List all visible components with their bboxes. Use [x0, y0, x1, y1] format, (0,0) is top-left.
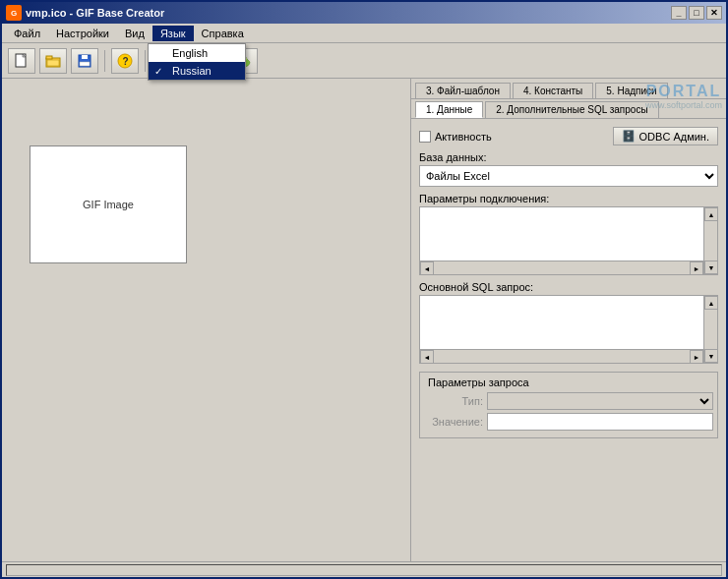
db-label: База данных: — [419, 151, 718, 163]
right-panel: 3. Файл-шаблон 4. Константы 5. Надписи 1… — [410, 79, 726, 561]
save-icon — [77, 53, 92, 69]
db-select[interactable]: Файлы Excel — [419, 165, 718, 187]
sql-scroll-right[interactable]: ► — [690, 350, 703, 364]
toolbar-separator-2 — [145, 50, 146, 72]
sql-label: Основной SQL запрос: — [419, 281, 718, 293]
main-content: PORTAL www.softportal.com GIF Image 3. Ф… — [2, 79, 726, 561]
portal-watermark: PORTAL www.softportal.com — [645, 83, 722, 110]
value-row: Значение: — [424, 413, 713, 431]
toolbar: ? BtnFace — [2, 43, 726, 79]
tab-template[interactable]: 3. Файл-шаблон — [415, 83, 511, 98]
sql-scroll-down[interactable]: ▼ — [704, 349, 718, 363]
type-label: Тип: — [424, 395, 483, 407]
odbc-button[interactable]: 🗄️ ODBC Админ. — [613, 127, 718, 145]
folder-icon — [45, 53, 61, 69]
svg-text:?: ? — [123, 56, 129, 67]
window-title: vmp.ico - GIF Base Creator — [26, 7, 164, 19]
new-button[interactable] — [8, 48, 35, 74]
sql-field: Основной SQL запрос: ▲ ▼ ◄ ► — [419, 281, 718, 364]
conn-params-scrollbar-v[interactable]: ▲ ▼ — [703, 207, 717, 274]
language-russian[interactable]: ✓ Russian — [149, 62, 245, 80]
menu-view[interactable]: Вид — [117, 26, 152, 41]
language-english[interactable]: English — [149, 44, 245, 62]
gif-image-label: GIF Image — [83, 199, 134, 210]
conn-params-textarea[interactable]: ▲ ▼ ◄ ► — [419, 206, 718, 275]
menu-help[interactable]: Справка — [194, 26, 252, 41]
tab-sql[interactable]: 2. Дополнительные SQL запросы — [485, 101, 658, 118]
value-label: Значение: — [424, 416, 483, 428]
tab-constants[interactable]: 4. Константы — [513, 83, 593, 98]
db-select-wrapper: Файлы Excel — [419, 165, 718, 187]
new-icon — [14, 53, 30, 69]
menu-file[interactable]: Файл — [6, 26, 48, 41]
sql-scroll-up[interactable]: ▲ — [704, 296, 718, 310]
scroll-up-arrow[interactable]: ▲ — [704, 207, 718, 221]
help-icon: ? — [117, 53, 133, 69]
query-params-group: Параметры запроса Тип: Значение: — [419, 372, 718, 438]
svg-rect-6 — [82, 55, 88, 59]
svg-rect-4 — [47, 60, 59, 66]
tab-data[interactable]: 1. Данные — [415, 101, 483, 118]
gif-image-container: GIF Image — [30, 145, 187, 263]
title-buttons: _ □ ✕ — [671, 6, 722, 20]
tab-content: Активность 🗄️ ODBC Админ. База данных: Ф… — [411, 118, 726, 561]
status-bar — [2, 561, 726, 577]
menu-bar: Файл Настройки Вид Язык Справка English … — [2, 24, 726, 43]
scroll-down-arrow[interactable]: ▼ — [704, 261, 718, 274]
sql-textarea[interactable]: ▲ ▼ ◄ ► — [419, 295, 718, 364]
title-bar: G vmp.ico - GIF Base Creator _ □ ✕ — [2, 2, 726, 24]
maximize-button[interactable]: □ — [689, 6, 704, 20]
help-button[interactable]: ? — [111, 48, 139, 74]
type-select[interactable] — [487, 392, 713, 410]
activity-row: Активность 🗄️ ODBC Админ. — [419, 127, 718, 145]
query-params-label: Параметры запроса — [424, 376, 533, 388]
app-icon: G — [6, 5, 22, 21]
scroll-right-arrow[interactable]: ► — [690, 261, 703, 275]
activity-checkbox[interactable] — [419, 131, 431, 143]
activity-label[interactable]: Активность — [419, 131, 492, 143]
checkmark-icon: ✓ — [154, 66, 162, 77]
save-button[interactable] — [71, 48, 98, 74]
minimize-button[interactable]: _ — [671, 6, 687, 20]
conn-params-label: Параметры подключения: — [419, 193, 718, 204]
value-input[interactable] — [487, 413, 713, 431]
sql-scrollbar-v[interactable]: ▲ ▼ — [703, 296, 717, 363]
conn-params-scrollbar-h[interactable]: ◄ ► — [420, 261, 703, 274]
sql-scrollbar-h[interactable]: ◄ ► — [420, 349, 703, 363]
menu-language[interactable]: Язык — [152, 26, 194, 41]
toolbar-separator-1 — [104, 50, 105, 72]
open-button[interactable] — [39, 48, 67, 74]
status-panel — [6, 564, 722, 576]
menu-settings[interactable]: Настройки — [48, 26, 117, 41]
type-row: Тип: — [424, 392, 713, 410]
svg-rect-7 — [80, 62, 90, 66]
language-dropdown: English ✓ Russian — [148, 43, 246, 81]
title-bar-left: G vmp.ico - GIF Base Creator — [6, 5, 164, 21]
conn-params-field: Параметры подключения: ▲ ▼ ◄ ► — [419, 193, 718, 275]
odbc-icon: 🗄️ — [622, 130, 636, 143]
sql-scroll-left[interactable]: ◄ — [420, 350, 434, 364]
svg-rect-3 — [46, 56, 52, 59]
db-field: База данных: Файлы Excel — [419, 151, 718, 187]
scroll-left-arrow[interactable]: ◄ — [420, 261, 434, 275]
close-button[interactable]: ✕ — [706, 6, 722, 20]
main-window: G vmp.ico - GIF Base Creator _ □ ✕ Файл … — [0, 0, 728, 579]
left-panel: GIF Image — [2, 79, 410, 561]
